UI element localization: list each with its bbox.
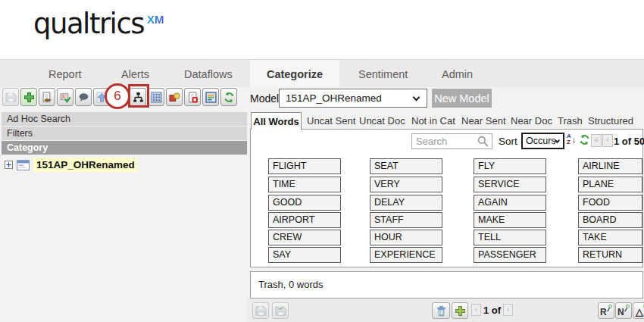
model-label: Model: xyxy=(250,92,282,105)
subtab-all-words[interactable]: All Words xyxy=(251,112,302,130)
save-button[interactable] xyxy=(2,88,19,106)
qualtrics-logo: qualtrics xyxy=(33,8,144,40)
sidebar-section-ad-hoc-search[interactable]: Ad Hoc Search xyxy=(2,112,247,126)
word-box[interactable]: GOOD xyxy=(268,195,341,211)
word-box[interactable]: STAFF xyxy=(370,212,442,228)
word-box[interactable]: TIME xyxy=(268,177,341,192)
image-check-icon xyxy=(60,92,71,103)
footer-next-page-button[interactable]: › xyxy=(503,304,513,316)
word-box[interactable]: AIRLINE xyxy=(578,158,642,174)
expand-plus-icon[interactable] xyxy=(5,161,13,169)
sort-az-icon[interactable]: A Z ↓ xyxy=(567,133,576,145)
word-box[interactable]: TAKE xyxy=(578,230,642,245)
sidebar-section-filters[interactable]: Filters xyxy=(2,127,247,140)
delete-document-button[interactable] xyxy=(184,88,201,106)
trash-drop-panel[interactable]: Trash, 0 words xyxy=(250,271,643,299)
category-tree-item-label[interactable]: 151AP_OHRenamed xyxy=(33,158,138,172)
word-box[interactable]: BOARD xyxy=(578,212,642,228)
tab-sentiment[interactable]: Sentiment xyxy=(358,68,408,80)
sort-az-z: Z xyxy=(567,139,571,145)
annotation-step-badge: 6 xyxy=(105,83,130,109)
sort-label: Sort xyxy=(499,136,517,147)
word-box[interactable]: PLANE xyxy=(578,177,642,192)
grid-view-button[interactable] xyxy=(148,88,164,106)
word-box[interactable]: AIRPORT xyxy=(268,212,341,228)
category-tree-item[interactable]: 151AP_OHRenamed xyxy=(5,158,138,172)
word-box[interactable]: PASSENGER xyxy=(474,247,546,263)
word-box[interactable]: MAKE xyxy=(474,212,546,228)
footer-prev-page-button[interactable]: ‹ xyxy=(471,304,481,316)
primary-nav-bar: Report Alerts Dataflows Categorize Senti… xyxy=(0,59,644,87)
subtab-near-doc[interactable]: Near Doc xyxy=(511,115,552,127)
search-icon[interactable] xyxy=(477,135,489,148)
refresh-words-icon[interactable] xyxy=(579,134,590,145)
green-pin-icon xyxy=(638,303,644,314)
model-select-value: 151AP_OHRenamed xyxy=(286,92,382,104)
annotation-step-number: 6 xyxy=(114,89,120,104)
delta-mode-button[interactable]: △ xyxy=(633,302,644,319)
green-pin-icon xyxy=(603,303,614,314)
refresh-button[interactable] xyxy=(220,88,237,106)
speech-bubble-icon xyxy=(78,92,89,103)
footer-trash-button[interactable] xyxy=(432,302,450,319)
word-box[interactable]: SERVICE xyxy=(474,177,546,192)
verify-image-button[interactable] xyxy=(57,88,73,106)
plus-icon xyxy=(23,92,35,103)
new-mode-button[interactable]: N xyxy=(615,302,632,319)
document-x-icon xyxy=(187,92,199,103)
prev-page-button[interactable]: ‹ xyxy=(602,134,613,147)
footer-save-apply-button[interactable] xyxy=(272,302,289,319)
subtab-not-in-cat[interactable]: Not in Cat xyxy=(411,115,455,127)
word-box[interactable]: HOUR xyxy=(370,230,442,245)
rename-mode-button[interactable]: R xyxy=(598,302,614,319)
trash-icon xyxy=(436,305,447,317)
sort-select-value: Occurs xyxy=(526,136,556,146)
word-page-indicator: 1 of 50- xyxy=(614,136,644,147)
subtab-uncat-doc[interactable]: Uncat Doc xyxy=(359,115,405,127)
export-document-button[interactable] xyxy=(39,88,55,106)
comment-button[interactable] xyxy=(75,88,92,106)
report-list-icon xyxy=(205,92,217,103)
tab-categorize-label: Categorize xyxy=(267,68,323,80)
subtab-structured[interactable]: Structured xyxy=(588,115,633,127)
sidebar-section-category[interactable]: Category xyxy=(2,141,247,155)
word-box[interactable]: FOOD xyxy=(578,195,642,211)
report-view-button[interactable] xyxy=(202,88,219,106)
word-box[interactable]: AGAIN xyxy=(474,195,546,211)
grid-icon xyxy=(151,92,162,103)
document-export-icon xyxy=(42,92,53,103)
tab-admin[interactable]: Admin xyxy=(442,68,473,80)
sort-direction-arrow-icon: ↓ xyxy=(572,133,577,145)
word-box[interactable]: RETURN xyxy=(578,247,642,263)
word-box[interactable]: FLY xyxy=(474,158,546,174)
floppy-disk-icon xyxy=(5,92,17,103)
word-box[interactable]: TELL xyxy=(474,230,546,245)
shapes-icon xyxy=(169,92,180,103)
shapes-button[interactable] xyxy=(166,88,183,106)
subtab-uncat-sent[interactable]: Uncat Sent xyxy=(307,115,355,127)
footer-add-button[interactable] xyxy=(452,302,468,319)
word-box[interactable]: FLIGHT xyxy=(268,158,341,174)
tab-report[interactable]: Report xyxy=(48,68,82,80)
word-box[interactable]: DELAY xyxy=(370,195,442,211)
word-box[interactable]: SAY xyxy=(268,247,341,263)
add-category-button[interactable] xyxy=(20,88,37,106)
subtab-trash[interactable]: Trash xyxy=(558,115,583,127)
plus-icon xyxy=(455,305,466,317)
tab-categorize[interactable]: Categorize xyxy=(250,60,339,88)
first-page-button[interactable]: « xyxy=(591,134,602,147)
subtab-near-sent[interactable]: Near Sent xyxy=(461,115,506,127)
word-box[interactable]: VERY xyxy=(370,177,442,192)
model-select[interactable]: 151AP_OHRenamed xyxy=(279,89,427,108)
annotation-highlight-rectangle xyxy=(128,84,149,108)
tab-alerts[interactable]: Alerts xyxy=(121,68,149,80)
tab-dataflows[interactable]: Dataflows xyxy=(184,68,233,80)
new-model-button[interactable]: New Model xyxy=(432,89,492,108)
word-box[interactable]: SEAT xyxy=(370,158,442,174)
refresh-icon xyxy=(224,92,235,103)
category-model-icon xyxy=(17,160,30,170)
footer-save-button[interactable] xyxy=(252,302,269,319)
word-box[interactable]: EXPERIENCE xyxy=(370,247,442,263)
word-box[interactable]: CREW xyxy=(268,230,341,245)
sort-select[interactable]: Occurs xyxy=(521,133,564,149)
